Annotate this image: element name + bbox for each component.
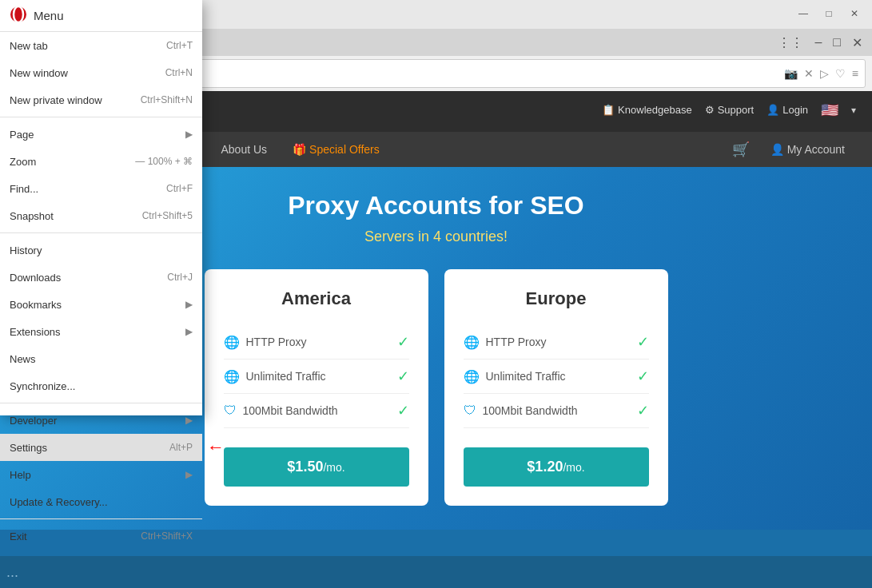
tab-ctrl-1[interactable]: ⋮⋮ <box>774 34 806 52</box>
nav-special-offers[interactable]: 🎁 Special Offers <box>281 138 391 161</box>
menu-item-find[interactable]: Find... Ctrl+F <box>0 175 202 202</box>
my-account-link[interactable]: 👤 My Account <box>759 138 856 161</box>
svg-point-3 <box>14 6 23 22</box>
check-http-e: ✓ <box>637 333 649 351</box>
menu-opera-logo-icon <box>10 6 27 26</box>
traffic-icon-a: 🌐 <box>224 369 240 384</box>
america-feature-bandwidth: 🛡 100Mbit Bandwidth ✓ <box>224 394 409 428</box>
menu-divider-3 <box>0 403 202 403</box>
menu-item-snapshot[interactable]: Snapshot Ctrl+Shift+5 <box>0 202 202 229</box>
europe-feature-http: 🌐 HTTP Proxy ✓ <box>464 325 649 360</box>
america-feature-traffic: 🌐 Unlimited Traffic ✓ <box>224 360 409 394</box>
http-proxy-icon-e: 🌐 <box>464 335 480 350</box>
close-button[interactable]: ✕ <box>843 5 866 22</box>
address-icons: 📷 ✕ ▷ ♡ ≡ <box>784 67 858 80</box>
bandwidth-icon-e: 🛡 <box>464 403 476 418</box>
flag-dropdown[interactable]: ▾ <box>851 105 856 116</box>
menu-item-new-tab[interactable]: New tab Ctrl+T <box>0 32 202 59</box>
menu-item-new-window[interactable]: New window Ctrl+N <box>0 59 202 86</box>
menu-item-settings[interactable]: Settings Alt+P ← <box>0 434 202 461</box>
tab-ctrl-close[interactable]: ✕ <box>849 34 866 52</box>
window-controls: — □ ✕ <box>792 5 866 22</box>
maximize-button[interactable]: □ <box>818 5 840 22</box>
taskbar: ... <box>0 556 872 588</box>
menu-item-help[interactable]: Help ▶ <box>0 461 202 488</box>
forward-icon[interactable]: ▷ <box>820 67 829 80</box>
america-feature-http: 🌐 HTTP Proxy ✓ <box>224 325 409 360</box>
europe-feature-traffic: 🌐 Unlimited Traffic ✓ <box>464 360 649 394</box>
menu-item-bookmarks[interactable]: Bookmarks ▶ <box>0 291 202 318</box>
europe-card: Europe 🌐 HTTP Proxy ✓ 🌐 Unlimited Traffi… <box>444 269 668 506</box>
check-bandwidth-e: ✓ <box>637 402 649 419</box>
check-traffic-a: ✓ <box>397 368 409 385</box>
menu-item-synchronize[interactable]: Synchronize... <box>0 372 202 399</box>
heart-icon[interactable]: ♡ <box>835 67 846 80</box>
tab-ctrl-maximize[interactable]: □ <box>830 34 844 51</box>
support-link[interactable]: ⚙ Support <box>705 104 755 116</box>
america-card-title: America <box>224 288 409 309</box>
menu-item-update[interactable]: Update & Recovery... <box>0 488 202 515</box>
america-card: America 🌐 HTTP Proxy ✓ 🌐 Unlimited Traff… <box>205 269 428 506</box>
minimize-button[interactable]: — <box>792 5 814 22</box>
bandwidth-icon-a: 🛡 <box>224 403 237 418</box>
menu-item-downloads[interactable]: Downloads Ctrl+J <box>0 264 202 291</box>
check-bandwidth-a: ✓ <box>397 402 409 419</box>
menu-divider-4 <box>0 518 202 519</box>
menu-title: Menu <box>34 9 64 22</box>
tab-controls: ⋮⋮ – □ ✕ <box>774 34 866 52</box>
check-http-a: ✓ <box>397 333 409 351</box>
europe-card-title: Europe <box>464 288 649 309</box>
traffic-icon-e: 🌐 <box>464 369 480 384</box>
europe-feature-bandwidth: 🛡 100Mbit Bandwidth ✓ <box>464 394 649 428</box>
menu-item-exit[interactable]: Exit Ctrl+Shift+X <box>0 522 202 550</box>
menu-item-news[interactable]: News <box>0 345 202 372</box>
menu-item-extensions[interactable]: Extensions ▶ <box>0 318 202 345</box>
http-proxy-icon-a: 🌐 <box>224 335 240 350</box>
menu-dots-icon[interactable]: ≡ <box>852 67 858 80</box>
camera-icon[interactable]: 📷 <box>784 67 798 80</box>
menu-item-private-window[interactable]: New private window Ctrl+Shift+N <box>0 86 202 113</box>
taskbar-dots[interactable]: ... <box>6 564 18 581</box>
knowledgebase-link[interactable]: 📋 Knowledgebase <box>602 104 692 116</box>
red-arrow-indicator: ← <box>207 437 225 458</box>
header-right: 📋 Knowledgebase ⚙ Support 👤 Login 🇺🇸 ▾ <box>602 101 856 119</box>
menu-item-developer[interactable]: Developer ▶ <box>0 407 202 434</box>
menu-header: Menu <box>0 0 202 32</box>
menu-divider-2 <box>0 232 202 233</box>
menu-item-history[interactable]: History <box>0 236 202 264</box>
check-traffic-e: ✓ <box>637 368 649 385</box>
tab-ctrl-minimize[interactable]: – <box>811 34 825 51</box>
nav-about[interactable]: About Us <box>210 138 279 161</box>
menu-divider-1 <box>0 117 202 117</box>
menu-item-zoom[interactable]: Zoom — 100% + ⌘ <box>0 148 202 175</box>
close-addr-icon[interactable]: ✕ <box>804 67 814 80</box>
cart-icon[interactable]: 🛒 <box>732 141 750 158</box>
login-link[interactable]: 👤 Login <box>766 104 808 116</box>
europe-buy-button[interactable]: $1.20/mo. <box>464 447 649 487</box>
america-buy-button[interactable]: $1.50/mo. <box>224 447 409 487</box>
menu-item-page[interactable]: Page ▶ <box>0 121 202 148</box>
opera-menu: Menu New tab Ctrl+T New window Ctrl+N Ne… <box>0 0 202 415</box>
flag-icon[interactable]: 🇺🇸 <box>821 101 838 119</box>
